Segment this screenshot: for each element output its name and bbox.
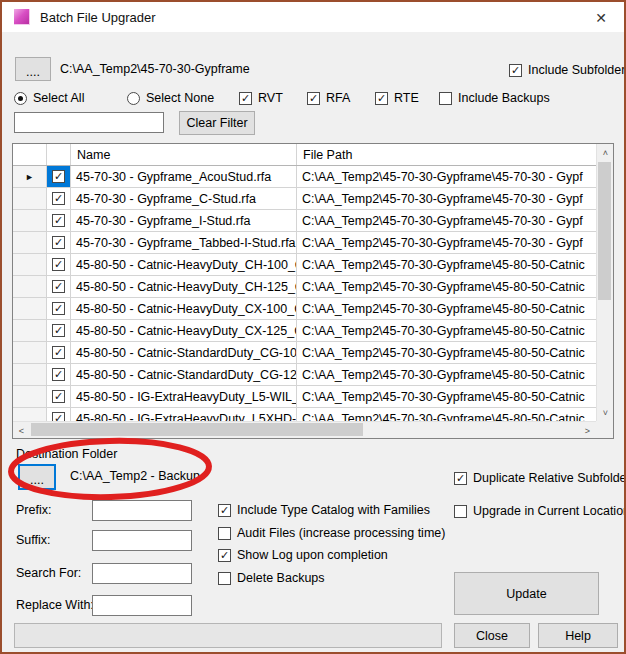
row-checkbox-cell[interactable]: ✓ <box>47 364 71 385</box>
row-checkbox-cell[interactable]: ✓ <box>47 276 71 297</box>
clear-filter-button[interactable]: Clear Filter <box>179 111 255 135</box>
upgrade-in-current-location-checkbox[interactable]: Upgrade in Current Location <box>454 504 626 518</box>
checkbox-checked-icon[interactable]: ✓ <box>52 192 65 205</box>
file-path-cell[interactable]: C:\AA_Temp2\45-70-30-Gypframe\45-80-50-C… <box>297 320 596 341</box>
file-path-cell[interactable]: C:\AA_Temp2\45-70-30-Gypframe\45-70-30 -… <box>297 166 596 187</box>
table-row[interactable]: ✓45-80-50 - Catnic-StandardDuty_CG-100_C… <box>13 342 596 364</box>
table-row[interactable]: ✓45-80-50 - Catnic-HeavyDuty_CX-125_Cavi… <box>13 320 596 342</box>
checkbox-checked-icon[interactable]: ✓ <box>375 92 388 105</box>
file-name-cell[interactable]: 45-80-50 - IG-ExtraHeavyDuty_L5-WIL_Cavi… <box>71 386 297 407</box>
checkbox-checked-icon[interactable]: ✓ <box>239 92 252 105</box>
row-checkbox-cell[interactable]: ✓ <box>47 342 71 363</box>
table-row[interactable]: ►✓45-70-30 - Gypframe_AcouStud.rfaC:\AA_… <box>13 166 596 188</box>
table-row[interactable]: ✓45-80-50 - Catnic-HeavyDuty_CH-100_Cavi… <box>13 254 596 276</box>
include-type-catalog-checkbox[interactable]: ✓ Include Type Catalog with Families <box>218 503 430 517</box>
select-none-radio[interactable]: Select None <box>127 91 214 105</box>
row-checkbox-cell[interactable]: ✓ <box>47 386 71 407</box>
file-path-cell[interactable]: C:\AA_Temp2\45-70-30-Gypframe\45-80-50-C… <box>297 298 596 319</box>
checkbox-unchecked-icon[interactable] <box>218 572 231 585</box>
file-path-cell[interactable]: C:\AA_Temp2\45-70-30-Gypframe\45-80-50-C… <box>297 276 596 297</box>
checkbox-unchecked-icon[interactable] <box>454 505 467 518</box>
row-checkbox-cell[interactable]: ✓ <box>47 320 71 341</box>
checkbox-checked-icon[interactable]: ✓ <box>454 472 467 485</box>
vertical-scrollbar-thumb[interactable] <box>598 162 611 300</box>
file-path-cell[interactable]: C:\AA_Temp2\45-70-30-Gypframe\45-80-50-C… <box>297 342 596 363</box>
rvt-checkbox[interactable]: ✓ RVT <box>239 91 283 105</box>
show-log-checkbox[interactable]: ✓ Show Log upon completion <box>218 548 388 562</box>
checkbox-checked-icon[interactable]: ✓ <box>52 258 65 271</box>
file-path-cell[interactable]: C:\AA_Temp2\45-70-30-Gypframe\45-70-30 -… <box>297 188 596 209</box>
horizontal-scrollbar[interactable]: ˂ ˃ <box>13 421 596 438</box>
file-name-cell[interactable]: 45-80-50 - Catnic-StandardDuty_CG-100_Ca… <box>71 342 297 363</box>
file-name-cell[interactable]: 45-70-30 - Gypframe_AcouStud.rfa <box>71 166 297 187</box>
suffix-input[interactable] <box>92 530 192 551</box>
checkbox-checked-icon[interactable]: ✓ <box>52 346 65 359</box>
table-row[interactable]: ✓45-70-30 - Gypframe_Tabbed-I-Stud.rfaC:… <box>13 232 596 254</box>
row-checkbox-cell[interactable]: ✓ <box>47 232 71 253</box>
checkbox-checked-icon[interactable]: ✓ <box>52 302 65 315</box>
table-row[interactable]: ✓45-70-30 - Gypframe_I-Stud.rfaC:\AA_Tem… <box>13 210 596 232</box>
scroll-up-icon[interactable]: ˄ <box>597 144 614 161</box>
file-grid[interactable]: Name File Path ►✓45-70-30 - Gypframe_Aco… <box>12 143 614 439</box>
checkbox-checked-icon[interactable]: ✓ <box>218 504 231 517</box>
filter-input[interactable] <box>14 112 164 133</box>
close-icon[interactable]: ✕ <box>591 8 611 28</box>
file-path-cell[interactable]: C:\AA_Temp2\45-70-30-Gypframe\45-70-30 -… <box>297 232 596 253</box>
checkbox-checked-icon[interactable]: ✓ <box>218 549 231 562</box>
checkbox-checked-icon[interactable]: ✓ <box>52 236 65 249</box>
horizontal-scrollbar-thumb[interactable] <box>31 423 363 436</box>
search-for-input[interactable] <box>92 563 192 584</box>
radio-selected-icon[interactable] <box>14 92 27 105</box>
checkbox-checked-icon[interactable]: ✓ <box>52 412 65 421</box>
file-name-cell[interactable]: 45-70-30 - Gypframe_I-Stud.rfa <box>71 210 297 231</box>
include-subfolders-checkbox[interactable]: ✓ Include Subfolders <box>509 63 626 77</box>
name-column-header[interactable]: Name <box>71 144 297 165</box>
table-row[interactable]: ✓45-80-50 - IG-ExtraHeavyDuty_L5XHD-WIL_… <box>13 408 596 421</box>
replace-with-input[interactable] <box>92 595 192 616</box>
vertical-scrollbar[interactable]: ˄ ˅ <box>596 144 613 421</box>
file-path-column-header[interactable]: File Path <box>297 144 596 165</box>
file-name-cell[interactable]: 45-80-50 - Catnic-HeavyDuty_CX-125_Cavit… <box>71 320 297 341</box>
row-checkbox-cell[interactable]: ✓ <box>47 408 71 421</box>
file-path-cell[interactable]: C:\AA_Temp2\45-70-30-Gypframe\45-80-50-C… <box>297 408 596 421</box>
scroll-down-icon[interactable]: ˅ <box>597 404 614 421</box>
file-name-cell[interactable]: 45-80-50 - Catnic-HeavyDuty_CH-125_Cavit… <box>71 276 297 297</box>
radio-unselected-icon[interactable] <box>127 92 140 105</box>
table-row[interactable]: ✓45-80-50 - Catnic-StandardDuty_CG-125_C… <box>13 364 596 386</box>
rte-checkbox[interactable]: ✓ RTE <box>375 91 419 105</box>
file-name-cell[interactable]: 45-70-30 - Gypframe_C-Stud.rfa <box>71 188 297 209</box>
file-path-cell[interactable]: C:\AA_Temp2\45-70-30-Gypframe\45-80-50-C… <box>297 364 596 385</box>
table-row[interactable]: ✓45-80-50 - IG-ExtraHeavyDuty_L5-WIL_Cav… <box>13 386 596 408</box>
row-checkbox-cell[interactable]: ✓ <box>47 254 71 275</box>
row-checkbox-cell[interactable]: ✓ <box>47 166 71 187</box>
checkbox-checked-icon[interactable]: ✓ <box>52 324 65 337</box>
checkbox-checked-icon[interactable]: ✓ <box>307 92 320 105</box>
select-all-radio[interactable]: Select All <box>14 91 84 105</box>
file-name-cell[interactable]: 45-80-50 - Catnic-StandardDuty_CG-125_Ca… <box>71 364 297 385</box>
table-row[interactable]: ✓45-80-50 - Catnic-HeavyDuty_CX-100_Cavi… <box>13 298 596 320</box>
scroll-left-icon[interactable]: ˂ <box>13 422 30 439</box>
file-name-cell[interactable]: 45-80-50 - Catnic-HeavyDuty_CX-100_Cavit… <box>71 298 297 319</box>
checkbox-checked-icon[interactable]: ✓ <box>509 64 522 77</box>
duplicate-relative-subfolders-checkbox[interactable]: ✓ Duplicate Relative Subfolders <box>454 471 626 485</box>
row-checkbox-cell[interactable]: ✓ <box>47 188 71 209</box>
file-path-cell[interactable]: C:\AA_Temp2\45-70-30-Gypframe\45-80-50-C… <box>297 254 596 275</box>
audit-files-checkbox[interactable]: Audit Files (increase processing time) <box>218 526 445 540</box>
file-name-cell[interactable]: 45-80-50 - IG-ExtraHeavyDuty_L5XHD-WIL_C… <box>71 408 297 421</box>
destination-browse-button[interactable]: .... <box>18 464 56 490</box>
delete-backups-checkbox[interactable]: Delete Backups <box>218 571 325 585</box>
table-row[interactable]: ✓45-70-30 - Gypframe_C-Stud.rfaC:\AA_Tem… <box>13 188 596 210</box>
checkbox-column-header[interactable] <box>47 144 71 165</box>
row-checkbox-cell[interactable]: ✓ <box>47 210 71 231</box>
prefix-input[interactable] <box>92 500 192 521</box>
source-browse-button[interactable]: .... <box>15 57 51 81</box>
checkbox-unchecked-icon[interactable] <box>218 527 231 540</box>
file-name-cell[interactable]: 45-70-30 - Gypframe_Tabbed-I-Stud.rfa <box>71 232 297 253</box>
file-name-cell[interactable]: 45-80-50 - Catnic-HeavyDuty_CH-100_Cavit… <box>71 254 297 275</box>
close-button[interactable]: Close <box>454 623 530 648</box>
checkbox-checked-icon[interactable]: ✓ <box>52 214 65 227</box>
checkbox-checked-icon[interactable]: ✓ <box>52 368 65 381</box>
include-backups-checkbox[interactable]: Include Backups <box>439 91 550 105</box>
row-checkbox-cell[interactable]: ✓ <box>47 298 71 319</box>
file-path-cell[interactable]: C:\AA_Temp2\45-70-30-Gypframe\45-80-50-C… <box>297 386 596 407</box>
